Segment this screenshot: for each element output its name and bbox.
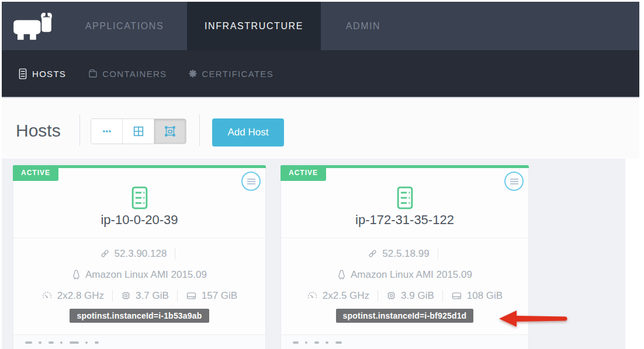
host-menu-button[interactable] (241, 172, 261, 191)
view-machine-button[interactable] (154, 119, 186, 144)
clipped-text-remnant (85, 341, 88, 344)
linux-icon (72, 270, 81, 280)
host-storage: 108 GiB (467, 290, 503, 302)
host-storage: 157 GiB (202, 290, 237, 302)
clipped-text-remnant (293, 341, 299, 344)
host-icon (129, 186, 151, 210)
divider (438, 248, 438, 260)
host-icon (18, 68, 28, 79)
clipped-text-remnant (39, 341, 41, 344)
clipped-text-remnant (70, 341, 79, 344)
subnav-label: CERTIFICATES (202, 69, 273, 79)
host-specs-row: 2x2.8 GHz 3.7 GiB 157 GiB (13, 288, 265, 303)
machine-icon (164, 125, 176, 138)
host-ip-row: 52.3.90.128 (13, 246, 265, 261)
host-cpu: 2x2.5 GHz (323, 290, 369, 302)
subnav-label: HOSTS (32, 69, 66, 79)
host-menu-button[interactable] (504, 172, 524, 191)
top-nav: APPLICATIONS INFRASTRUCTURE ADMIN (2, 2, 639, 50)
disk-icon (451, 291, 462, 301)
view-grid-button[interactable] (123, 119, 154, 144)
divider (177, 290, 178, 302)
cow-icon (11, 11, 54, 42)
dots-icon (101, 125, 113, 138)
tab-admin[interactable]: ADMIN (321, 2, 406, 50)
host-memory: 3.7 GiB (136, 290, 169, 302)
host-specs-row: 2x2.5 GHz 3.9 GiB 108 GiB (281, 288, 528, 303)
host-memory: 3.9 GiB (401, 290, 434, 302)
cpu-gauge-icon (307, 291, 318, 301)
page-title: Hosts (16, 120, 61, 141)
host-cpu: 2x2.8 GHz (57, 290, 104, 302)
host-ip: 52.3.90.128 (115, 248, 167, 260)
disk-icon (186, 291, 197, 301)
container-icon (88, 68, 98, 79)
host-card: ACTIVE ip-172-31-35-122 52.5.18.99 (281, 165, 529, 349)
divider (378, 290, 378, 302)
host-ip-row: 52.5.18.99 (281, 246, 528, 261)
subnav-item-containers[interactable]: CONTAINERS (88, 68, 167, 79)
menu-lines-icon (510, 178, 519, 185)
host-os-row: Amazon Linux AMI 2015.09 (13, 267, 265, 282)
clipped-text-remnant (314, 341, 319, 344)
divider (79, 114, 80, 146)
cpu-gauge-icon (41, 291, 53, 301)
subnav-label: CONTAINERS (102, 69, 167, 79)
divider (199, 114, 200, 146)
status-badge: ACTIVE (281, 165, 326, 181)
memory-chip-icon (386, 291, 396, 301)
grid-icon (132, 125, 145, 138)
clipped-text-remnant (95, 341, 99, 344)
menu-lines-icon (247, 178, 256, 185)
divider (442, 290, 443, 302)
linux-icon (337, 270, 346, 280)
clipped-text-remnant (335, 341, 342, 344)
host-label-tag: spotinst.instanceId=i-bf925d1d (336, 309, 474, 323)
host-card-details: 52.5.18.99 Amazon Linux AMI 2015.09 2x2.… (281, 238, 528, 334)
tab-applications[interactable]: APPLICATIONS (69, 2, 180, 50)
host-os: Amazon Linux AMI 2015.09 (351, 269, 472, 281)
host-os: Amazon Linux AMI 2015.09 (85, 269, 207, 281)
subnav-item-certificates[interactable]: CERTIFICATES (188, 69, 273, 79)
host-card-footer (281, 334, 528, 349)
divider (175, 248, 175, 260)
infrastructure-subnav: HOSTS CONTAINERS CERTIFICATES (2, 50, 639, 98)
host-os-row: Amazon Linux AMI 2015.09 (281, 267, 528, 282)
clipped-text-remnant (60, 341, 63, 344)
host-card: ACTIVE ip-10-0-20-39 52.3.90.128 (13, 165, 266, 349)
host-ip: 52.5.18.99 (382, 248, 429, 260)
host-name[interactable]: ip-172-31-35-122 (281, 212, 528, 228)
certificate-icon (188, 69, 198, 78)
clipped-text-remnant (25, 341, 32, 344)
host-icon (394, 186, 416, 210)
add-host-button[interactable]: Add Host (212, 118, 284, 146)
status-badge: ACTIVE (13, 165, 58, 181)
rancher-logo[interactable] (9, 9, 56, 43)
memory-chip-icon (121, 291, 131, 301)
host-label-tag: spotinst.instanceId=i-1b53a9ab (70, 309, 209, 323)
divider (112, 290, 113, 302)
host-card-footer (13, 334, 265, 349)
host-name[interactable]: ip-10-0-20-39 (13, 212, 265, 228)
clipped-text-remnant (305, 341, 307, 344)
link-icon (100, 249, 110, 259)
clipped-text-remnant (49, 341, 54, 344)
tab-infrastructure[interactable]: INFRASTRUCTURE (187, 2, 321, 50)
host-card-details: 52.3.90.128 Amazon Linux AMI 2015.09 2x2… (13, 238, 265, 334)
view-list-button[interactable] (91, 119, 123, 144)
link-icon (368, 249, 378, 259)
page-header: Hosts Add Host (2, 98, 639, 159)
clipped-text-remnant (326, 341, 328, 344)
subnav-item-hosts[interactable]: HOSTS (18, 68, 66, 79)
view-mode-group (91, 118, 186, 144)
